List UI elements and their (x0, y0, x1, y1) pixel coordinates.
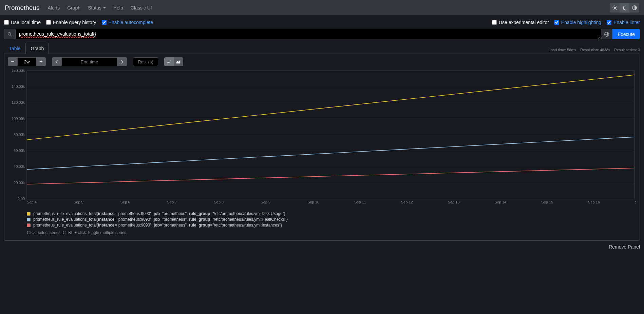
svg-text:Sep 4: Sep 4 (27, 200, 37, 204)
svg-line-46 (27, 75, 635, 140)
chevron-left-icon (54, 59, 59, 64)
opt-experimental[interactable]: Use experimental editor (492, 20, 549, 25)
status-load-time: Load time: 58ms (549, 48, 576, 52)
area-chart-icon (176, 59, 181, 64)
legend: prometheus_rule_evaluations_total{instan… (27, 211, 636, 235)
panel-body: − + 0.0020.00k40.00k60.00k80.00k100.00k1… (4, 54, 640, 241)
svg-text:60.00k: 60.00k (14, 149, 25, 153)
endtime-next-button[interactable] (117, 57, 127, 66)
opt-experimental-checkbox[interactable] (492, 20, 497, 25)
nav-status[interactable]: Status (85, 3, 109, 13)
nav-classic[interactable]: Classic UI (128, 3, 155, 13)
tab-graph[interactable]: Graph (25, 43, 49, 54)
range-input[interactable] (17, 57, 36, 66)
opt-linter-checkbox[interactable] (607, 20, 611, 25)
legend-swatch (27, 223, 31, 227)
status-resolution: Resolution: 4838s (580, 48, 610, 52)
legend-text: prometheus_rule_evaluations_total{instan… (33, 223, 282, 228)
legend-hint: Click: select series, CTRL + click: togg… (27, 230, 636, 235)
navbar-left: Prometheus Alerts Graph Status Help Clas… (5, 3, 155, 13)
opt-experimental-label: Use experimental editor (499, 20, 549, 25)
legend-row[interactable]: prometheus_rule_evaluations_total{instan… (27, 217, 636, 222)
svg-text:Sep 7: Sep 7 (167, 200, 177, 204)
svg-text:Sep 10: Sep 10 (307, 200, 319, 204)
nav-help[interactable]: Help (111, 3, 126, 13)
svg-text:Sep 17: Sep 17 (635, 200, 636, 204)
svg-line-5 (613, 6, 613, 6)
execute-button[interactable]: Execute (612, 29, 640, 39)
svg-text:Sep 16: Sep 16 (588, 200, 600, 204)
endtime-input[interactable] (61, 57, 117, 66)
legend-row[interactable]: prometheus_rule_evaluations_total{instan… (27, 211, 636, 216)
globe-icon (604, 32, 609, 37)
line-chart-button[interactable] (164, 57, 174, 66)
options-right: Use experimental editor Enable highlight… (492, 20, 640, 25)
range-decrease-button[interactable]: − (8, 57, 17, 66)
resolution-input[interactable] (133, 57, 158, 66)
opt-highlighting-label: Enable highlighting (561, 20, 601, 25)
legend-text: prometheus_rule_evaluations_total{instan… (33, 217, 288, 222)
opt-local-time[interactable]: Use local time (4, 20, 41, 25)
query-input[interactable]: prometheus_rule_evaluations_total{} (16, 29, 601, 39)
chart[interactable]: 0.0020.00k40.00k60.00k80.00k100.00k120.0… (8, 70, 636, 205)
opt-query-history-checkbox[interactable] (46, 20, 51, 25)
endtime-prev-button[interactable] (52, 57, 61, 66)
nav-alerts[interactable]: Alerts (45, 3, 62, 13)
opt-autocomplete-label: Enable autocomplete (109, 20, 153, 25)
opt-query-history-label: Enable query history (53, 20, 96, 25)
svg-point-0 (613, 6, 615, 8)
opt-highlighting-checkbox[interactable] (554, 20, 559, 25)
svg-text:100.00k: 100.00k (12, 117, 25, 121)
theme-auto-button[interactable] (629, 3, 639, 13)
svg-text:40.00k: 40.00k (14, 165, 25, 169)
legend-row[interactable]: prometheus_rule_evaluations_total{instan… (27, 223, 636, 228)
nav-status-label: Status (88, 5, 101, 11)
svg-text:Sep 5: Sep 5 (74, 200, 83, 204)
svg-line-47 (27, 137, 635, 170)
query-content: prometheus_rule_evaluations_total{} (19, 31, 96, 37)
svg-text:80.00k: 80.00k (14, 133, 25, 137)
caret-icon (103, 7, 106, 8)
opt-highlighting[interactable]: Enable highlighting (554, 20, 601, 25)
query-globe-button[interactable] (601, 29, 612, 39)
chart-container: 0.0020.00k40.00k60.00k80.00k100.00k120.0… (8, 70, 636, 205)
query-search-icon-addon[interactable] (4, 29, 16, 39)
brand[interactable]: Prometheus (5, 4, 39, 12)
opt-query-history[interactable]: Enable query history (46, 20, 96, 25)
opt-autocomplete-checkbox[interactable] (102, 20, 107, 25)
options-left: Use local time Enable query history Enab… (4, 20, 153, 25)
svg-text:Sep 11: Sep 11 (354, 200, 366, 204)
tab-table[interactable]: Table (4, 43, 25, 54)
stacked-chart-button[interactable] (174, 57, 183, 66)
theme-switcher (610, 3, 639, 13)
legend-swatch (27, 218, 31, 221)
contrast-icon (632, 5, 637, 11)
svg-text:140.00k: 140.00k (12, 84, 25, 89)
options-row: Use local time Enable query history Enab… (0, 15, 644, 29)
svg-text:120.00k: 120.00k (12, 101, 25, 105)
tabs: Table Graph (4, 43, 49, 54)
range-increase-button[interactable]: + (36, 57, 46, 66)
controls-row: − + (8, 57, 636, 66)
opt-linter[interactable]: Enable linter (607, 20, 640, 25)
navbar: Prometheus Alerts Graph Status Help Clas… (0, 0, 644, 15)
svg-line-6 (616, 9, 617, 9)
opt-local-time-checkbox[interactable] (4, 20, 9, 25)
svg-text:Sep 8: Sep 8 (214, 200, 224, 204)
svg-text:160.00k: 160.00k (12, 70, 25, 73)
legend-swatch (27, 212, 31, 216)
nav-graph[interactable]: Graph (64, 3, 83, 13)
theme-dark-button[interactable] (620, 3, 629, 13)
svg-line-7 (613, 9, 613, 9)
opt-linter-label: Enable linter (613, 20, 640, 25)
moon-icon (622, 5, 627, 11)
opt-autocomplete[interactable]: Enable autocomplete (102, 20, 153, 25)
theme-light-button[interactable] (610, 3, 620, 13)
svg-text:Sep 9: Sep 9 (261, 200, 270, 204)
chevron-right-icon (120, 59, 125, 64)
line-chart-icon (167, 59, 171, 64)
opt-local-time-label: Use local time (11, 20, 41, 25)
sun-icon (612, 5, 618, 11)
legend-text: prometheus_rule_evaluations_total{instan… (33, 211, 285, 216)
remove-panel-link[interactable]: Remove Panel (0, 241, 644, 250)
